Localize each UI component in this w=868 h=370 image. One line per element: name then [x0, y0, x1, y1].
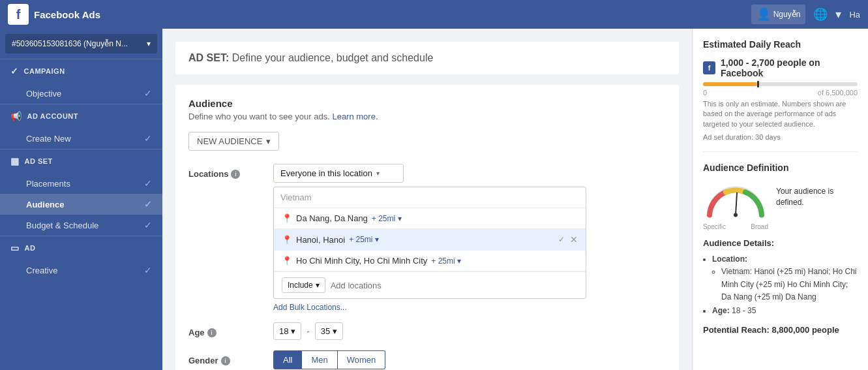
topbar-account-selector[interactable]: 👤 Nguyễn [751, 5, 806, 24]
page-header: AD SET: Define your audience, budget and… [175, 42, 679, 74]
location-pin-danang: 📍 [282, 213, 292, 223]
location-city-danang: Da Nang, Da Nang [296, 213, 368, 223]
location-dropdown-arrow: ▾ [376, 170, 380, 177]
location-box: Vietnam 📍 Da Nang, Da Nang + 25mi ▾ [273, 187, 586, 299]
sidebar-item-creative[interactable]: Creative ✓ [0, 260, 162, 281]
age-to-select[interactable]: 35 ▾ [315, 322, 343, 340]
include-button[interactable]: Include ▾ [282, 277, 325, 293]
location-city-hcmc: Ho Chi Minh City, Ho Chi Minh City [296, 256, 427, 266]
reach-bar-bg [703, 82, 858, 86]
locations-label: Locations i [188, 164, 273, 179]
locations-control: Everyone in this location ▾ Vietnam 📍 Da… [273, 164, 666, 312]
gender-men-button[interactable]: Men [302, 350, 337, 369]
ad-label: AD [25, 244, 36, 252]
age-detail-label: Age: [712, 306, 730, 315]
locations-row: Locations i Everyone in this location ▾ … [188, 164, 666, 312]
gender-info-icon[interactable]: i [221, 356, 230, 365]
gender-all-button[interactable]: All [273, 350, 302, 369]
reach-total: of 6,500,000 [818, 89, 858, 97]
ad-icon: ▭ [10, 243, 20, 253]
placements-check: ✓ [144, 178, 152, 189]
add-locations-input[interactable] [331, 281, 578, 290]
svg-point-1 [734, 213, 738, 217]
sidebar-item-create-new[interactable]: Create New ✓ [0, 128, 162, 149]
new-audience-arrow: ▾ [266, 136, 271, 146]
account-selector[interactable]: #503605153081636 (Nguyễn N... ▾ [5, 34, 157, 54]
age-info-icon[interactable]: i [207, 328, 217, 337]
audience-check: ✓ [144, 199, 152, 209]
sidebar-item-audience[interactable]: Audience ✓ [0, 194, 162, 215]
reach-note: This is only an estimate. Numbers shown … [703, 99, 858, 129]
reach-bar-labels: 0 of 6,500,000 [703, 89, 858, 97]
sidebar-ad-set-header: ▦ AD SET [0, 149, 162, 173]
reach-bar-container [703, 82, 858, 86]
audience-subtitle: Define who you want to see your ads. Lea… [188, 112, 666, 121]
ad-account-label: AD ACCOUNT [27, 112, 79, 120]
location-radius-hcmc[interactable]: + 25mi ▾ [431, 256, 461, 266]
topbar-username: Nguyễn [773, 10, 801, 19]
gender-row: Gender i All Men Women [188, 350, 666, 369]
audience-section: Audience Define who you want to see your… [175, 85, 679, 370]
learn-more-link[interactable]: Learn more. [332, 112, 378, 121]
sidebar-section-ad-account: 📢 AD ACCOUNT Create New ✓ [0, 104, 162, 149]
gauge-broad: Broad [751, 223, 768, 230]
ad-set-icon: ▦ [10, 156, 20, 166]
age-label: Age i [188, 322, 273, 337]
location-radius-hanoi[interactable]: + 25mi ▾ [349, 235, 379, 244]
gauge-label: Your audience is defined. [776, 181, 858, 208]
location-item-danang: 📍 Da Nang, Da Nang + 25mi ▾ [274, 208, 586, 229]
create-new-label: Create New [26, 134, 71, 144]
audience-definition-title: Audience Definition [703, 162, 858, 173]
dropdown-icon[interactable]: ▾ [835, 7, 841, 22]
reach-fb-icon: f [703, 61, 715, 74]
create-new-check: ✓ [144, 133, 152, 144]
reach-bar-fill [703, 82, 757, 86]
reach-zero: 0 [703, 89, 707, 97]
location-pin-hanoi: 📍 [282, 235, 292, 245]
location-pin-hcmc: 📍 [282, 256, 292, 266]
audience-section-title: Audience [188, 98, 666, 109]
sidebar-section-ad: ▭ AD Creative ✓ [0, 236, 162, 281]
svg-line-0 [736, 193, 737, 215]
campaign-label: CAMPAIGN [24, 67, 65, 75]
age-dash: - [307, 326, 309, 336]
ad-set-label: AD SET [25, 157, 53, 165]
locations-info-icon[interactable]: i [231, 170, 240, 179]
creative-label: Creative [26, 266, 57, 275]
reach-duration: Ad set duration: 30 days [703, 133, 858, 141]
location-expand-hanoi[interactable]: ✓ [558, 235, 565, 244]
location-include-row: Include ▾ [274, 271, 586, 298]
gender-label: Gender i [188, 350, 273, 365]
gauge-axis: Specific Broad [703, 223, 768, 230]
audience-details-title: Audience Details: [703, 238, 858, 248]
location-type-dropdown[interactable]: Everyone in this location ▾ [273, 164, 404, 183]
gender-women-button[interactable]: Women [338, 350, 386, 369]
campaign-icon: ✓ [10, 66, 19, 76]
sidebar-ad-account-header: 📢 AD ACCOUNT [0, 104, 162, 128]
right-panel: Estimated Daily Reach f 1,000 - 2,700 pe… [692, 29, 868, 370]
sidebar-section-campaign: ✓ CAMPAIGN Objective ✓ [0, 59, 162, 104]
sidebar-item-objective[interactable]: Objective ✓ [0, 83, 162, 104]
sidebar-campaign-header: ✓ CAMPAIGN [0, 59, 162, 83]
audience-details-content: Location: Vietnam: Hanoi (+25 mi) Hanoi;… [703, 253, 858, 317]
location-item-hanoi: 📍 Hanoi, Hanoi + 25mi ▾ ✓ ✕ [274, 229, 586, 251]
add-bulk-locations-link[interactable]: Add Bulk Locations... [273, 299, 666, 312]
sidebar-item-placements[interactable]: Placements ✓ [0, 173, 162, 194]
location-search-area: Vietnam [274, 187, 586, 208]
budget-schedule-label: Budget & Schedule [26, 221, 98, 230]
location-remove-hanoi[interactable]: ✕ [570, 234, 578, 245]
budget-schedule-check: ✓ [144, 220, 152, 230]
reach-fb-row: f 1,000 - 2,700 people on Facebook [703, 57, 858, 78]
adset-desc: Define your audience, budget and schedul… [232, 52, 434, 63]
sidebar-item-budget-schedule[interactable]: Budget & Schedule ✓ [0, 215, 162, 236]
location-type-label: Everyone in this location [280, 168, 372, 178]
new-audience-button[interactable]: NEW AUDIENCE ▾ [188, 132, 279, 151]
audience-label: Audience [26, 200, 65, 209]
age-from-select[interactable]: 18 ▾ [273, 322, 301, 340]
placements-label: Placements [26, 179, 70, 189]
include-arrow: ▾ [316, 281, 320, 290]
sidebar-section-ad-set: ▦ AD SET Placements ✓ Audience ✓ Budget … [0, 149, 162, 236]
globe-icon[interactable]: 🌐 [813, 7, 828, 22]
location-radius-danang[interactable]: + 25mi ▾ [372, 214, 402, 223]
age-row: Age i 18 ▾ - 35 ▾ [188, 322, 666, 340]
